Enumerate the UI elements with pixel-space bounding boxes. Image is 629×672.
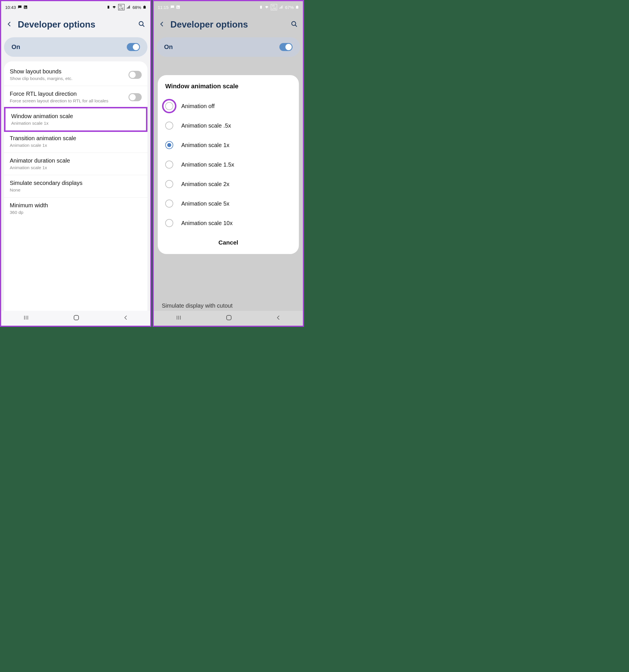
page-header: Developer options [1,11,150,37]
svg-rect-14 [296,6,298,8]
nav-recents[interactable] [175,315,182,322]
svg-rect-3 [143,6,146,8]
item-subtitle: Force screen layout direction to RTL for… [10,98,109,103]
radio-button[interactable] [165,219,173,227]
page-title: Developer options [18,20,133,30]
radio-label: Animation scale 1.5x [181,161,234,168]
volte-icon: VoLTE [118,4,124,10]
item-show-layout-bounds[interactable]: Show layout bounds Show clip bounds, mar… [4,64,147,86]
item-animator-duration-scale[interactable]: Animator duration scale Animation scale … [4,153,147,175]
radio-option-scale-15x[interactable]: Animation scale 1.5x [158,155,299,174]
radio-button[interactable] [165,180,173,188]
radio-label: Animation scale 2x [181,181,230,188]
cancel-button[interactable]: Cancel [158,233,299,249]
search-button[interactable] [291,21,298,29]
master-toggle-switch[interactable] [127,43,140,51]
item-subtitle: Animation scale 1x [10,143,76,148]
master-toggle-switch [279,43,293,51]
radio-option-scale-2x[interactable]: Animation scale 2x [158,174,299,194]
search-button[interactable] [138,21,145,29]
item-subtitle: Animation scale 1x [11,121,73,126]
item-title: Simulate secondary displays [10,180,82,186]
status-time: 11:15 [158,5,169,10]
screen-right: 11:15 VoLTE 67% Developer options On Sim… [153,0,304,327]
item-window-animation-scale[interactable]: Window animation scale Animation scale 1… [4,107,147,132]
settings-list: Show layout bounds Show clip bounds, mar… [4,61,147,311]
svg-line-17 [295,25,297,27]
radio-button[interactable] [165,102,173,110]
nav-home[interactable] [226,314,232,322]
status-bar: 10:43 VoLTE 68% [1,1,150,11]
toggle-switch[interactable] [129,93,142,101]
battery-saver-icon [107,5,110,9]
radio-button[interactable] [165,161,173,169]
svg-rect-4 [144,6,145,6]
radio-label: Animation scale 5x [181,200,230,207]
back-button[interactable] [6,21,13,28]
svg-point-5 [139,22,143,25]
svg-line-6 [143,25,144,27]
signal-icon [126,5,131,9]
image-icon [176,5,180,9]
item-minimum-width[interactable]: Minimum width 360 dp [4,197,147,220]
item-title: Force RTL layout direction [10,91,109,97]
item-subtitle: 360 dp [10,210,48,215]
status-time: 10:43 [5,5,16,10]
wifi-icon [264,5,269,9]
page-header: Developer options [154,11,303,37]
item-title: Minimum width [10,202,48,209]
master-toggle-label: On [164,43,173,51]
radio-option-animation-off[interactable]: Animation off [158,96,299,116]
item-transition-animation-scale[interactable]: Transition animation scale Animation sca… [4,130,147,153]
radio-label: Animation scale .5x [181,122,231,129]
svg-rect-21 [227,315,231,320]
radio-option-scale-10x[interactable]: Animation scale 10x [158,213,299,233]
search-icon [291,21,298,27]
radio-button[interactable] [165,122,173,129]
nav-recents[interactable] [23,315,29,322]
item-simulate-secondary-displays[interactable]: Simulate secondary displays None [4,175,147,197]
background-item-peek: Simulate display with cutout [162,303,233,309]
nav-back[interactable] [276,315,281,322]
item-title: Transition animation scale [10,135,76,142]
status-bar: 11:15 VoLTE 67% [154,1,303,11]
battery-percent: 68% [133,5,141,10]
nav-back[interactable] [123,315,129,322]
radio-button[interactable] [165,199,173,208]
animation-scale-dialog: Window animation scale Animation off Ani… [158,75,299,254]
battery-icon [143,5,146,9]
page-title: Developer options [170,20,286,30]
master-toggle-row[interactable]: On [4,37,147,57]
item-subtitle: Show clip bounds, margins, etc. [10,76,73,81]
image-icon [24,5,27,9]
item-title: Animator duration scale [10,158,70,164]
svg-rect-15 [297,6,298,6]
screen-left: 10:43 VoLTE 68% Developer options On Sho… [0,0,152,327]
nav-home[interactable] [73,314,80,322]
search-icon [138,21,145,27]
item-subtitle: None [10,188,82,193]
radio-option-scale-5x[interactable]: Animation scale 5x [158,194,299,213]
signal-icon [279,5,283,9]
radio-button[interactable] [165,141,173,149]
svg-rect-2 [108,6,109,8]
svg-rect-10 [74,315,78,320]
item-force-rtl[interactable]: Force RTL layout direction Force screen … [4,86,147,109]
item-title: Show layout bounds [10,68,73,75]
svg-point-1 [24,6,25,7]
radio-option-scale-1x[interactable]: Animation scale 1x [158,135,299,155]
svg-rect-13 [260,6,262,8]
dialog-title: Window animation scale [158,82,299,96]
radio-label: Animation scale 10x [181,220,233,226]
chevron-left-icon [6,21,13,27]
wifi-icon [112,5,116,9]
back-button[interactable] [159,21,165,28]
toggle-switch[interactable] [129,71,142,79]
svg-point-12 [177,6,178,7]
item-subtitle: Animation scale 1x [10,165,70,170]
master-toggle-row: On [157,37,300,57]
battery-saver-icon [259,5,263,9]
radio-option-scale-05x[interactable]: Animation scale .5x [158,116,299,135]
battery-percent: 67% [285,5,294,10]
nav-bar [1,311,150,326]
